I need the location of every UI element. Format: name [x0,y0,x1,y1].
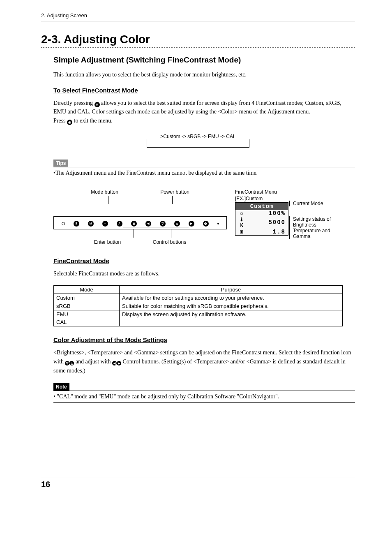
fc-mode-name: Custom [235,203,288,210]
breadcrumb: 2. Adjusting Screen [41,12,355,21]
page-number: 16 [41,477,355,489]
text-fragment: to exit the menu. [74,118,113,124]
brightness-icon: ☼ [238,210,245,216]
col-mode-header: Mode [54,286,120,294]
mode-cycle-diagram: >Custom -> sRGB -> EMU -> CAL [147,133,249,148]
mode-cell: EMU [54,310,120,319]
table-row: Custom Available for the color settings … [54,294,343,302]
col-purpose-header: Purpose [120,286,343,294]
mode-button-label: Mode button [91,189,118,195]
intro-paragraph: This function allows you to select the b… [53,70,355,79]
control-buttons-label: Control buttons [153,239,186,245]
button-panel-diagram: Mode button Power button S M ≡ A ◉ ◀ ▽ △… [53,189,343,245]
power-led-icon [217,223,219,224]
subsection-title: Simple Adjustment (Switching FineContras… [53,56,355,65]
finecontrast-menu: Custom ☼ 100% 🌡K 5000 ▣ 1.8 [235,202,288,236]
menu-button-icon: ≡ [102,221,108,227]
fc-brightness-value: 100% [248,210,286,217]
left-button-icon: ◀ [145,221,151,227]
right-button-icon: ▶ [189,221,194,227]
fc-gamma-row: ▣ 1.8 [235,229,288,235]
select-mode-heading: To Select FineContrast Mode [53,87,355,94]
up-button-icon: △ [69,361,74,365]
temperature-icon: 🌡K [238,217,245,229]
tips-badge: Tips [53,160,68,167]
fc-temperature-row: 🌡K 5000 [235,217,288,229]
table-row: EMU Displays the screen adjusted by cali… [54,310,343,319]
mode-table: Mode Purpose Custom Available for the co… [53,285,343,326]
fc-menu-caption-b: [EX.]Custom [235,196,288,201]
signal-button-icon: S [74,221,79,227]
fc-temperature-value: 5000 [248,219,286,226]
finecontrast-mode-intro: Selectable FineContrast modes are as fol… [53,269,355,278]
text-fragment: and adjust with [76,358,112,365]
mode-button-icon: M [88,221,94,227]
enter-button-icon: ◉ [67,120,72,125]
mode-cell: sRGB [54,302,120,310]
note-badge: Note [53,383,69,391]
enter-button-icon: ◉ [131,221,137,227]
front-panel: S M ≡ A ◉ ◀ ▽ △ ▶ ⏻ [53,216,227,229]
down-button-icon: ▽ [65,361,69,365]
mode-cell: CAL [54,318,120,326]
led-indicator-icon [62,222,65,225]
purpose-cell: Suitable for color matching with sRGB co… [120,302,343,310]
up-button-icon: △ [174,221,180,227]
finecontrast-mode-heading: FineContrast Mode [53,257,355,264]
power-button-label: Power button [160,189,189,195]
mode-button-icon: M [95,102,100,107]
mode-cell: Custom [54,294,120,302]
color-adjustment-heading: Color Adjustment of the Mode Settings [53,336,355,343]
power-button-icon: ⏻ [203,221,209,227]
settings-status-label: Settings status of Brightness, Temperatu… [289,216,343,239]
text-fragment: Directly pressing [53,100,95,106]
tips-content: •The Adjustment menu and the FineContras… [53,167,355,179]
right-button-icon: ▶ [117,361,121,365]
current-mode-label: Current Mode [289,201,343,206]
purpose-cell: Available for the color settings accordi… [120,294,343,302]
text-fragment: Press [53,118,67,124]
section-title: 2-3. Adjusting Color [41,33,355,48]
enter-button-label: Enter button [94,239,121,245]
purpose-cell: Displays the screen adjusted by calibrat… [120,310,343,326]
fc-menu-caption-a: FineContrast Menu [235,189,288,195]
fc-brightness-row: ☼ 100% [235,210,288,217]
table-row: sRGB Suitable for color matching with sR… [54,302,343,310]
page-container: 2. Adjusting Screen 2-3. Adjusting Color… [0,0,392,502]
gamma-icon: ▣ [238,229,245,235]
auto-button-icon: A [117,221,122,227]
note-content: • "CAL" mode and "EMU" mode can be adjus… [53,391,355,403]
color-adjustment-paragraph: <Brightness>, <Temperature> and <Gamma> … [53,348,355,375]
down-button-icon: ▽ [160,221,166,227]
fc-gamma-value: 1.8 [248,229,286,235]
select-mode-paragraph: Directly pressing M allows you to select… [53,99,355,125]
left-button-icon: ◀ [112,361,117,365]
